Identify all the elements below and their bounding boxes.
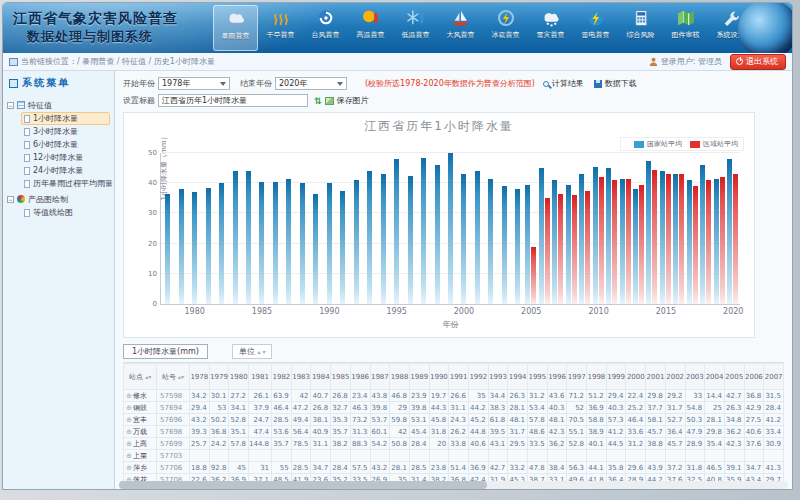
col-header-station[interactable]: 站点 ▴▾ [124,364,157,390]
table-row[interactable]: ⊕萍乡5770618.892.845315528.534.728.457.543… [124,462,784,474]
value-cell: 35 [468,390,488,402]
expand-row-icon[interactable]: ⊕ [126,392,132,400]
bar-national-1997 [421,158,426,304]
value-cell: 63.9 [272,390,292,402]
toolbar-item-8[interactable]: 雪灾普查 [528,5,573,51]
value-cell: 38.2 [331,438,351,450]
calculate-button[interactable]: 计算结果 [543,78,584,89]
bar-national-2014 [646,161,651,304]
bar-national-1981 [206,188,211,304]
download-button[interactable]: 数据下载 [594,78,637,89]
filter-row-2: 设置标题 江西省历年1小时降水量 ⇅ 保存图片 [123,92,784,109]
document-icon [24,115,30,123]
resize-arrows-icon[interactable]: ⇅ [314,96,322,106]
horizontal-scrollbar[interactable] [119,481,788,489]
toolbar-item-label: 大风普查 [447,30,475,40]
start-year-select[interactable]: 1978年 [158,77,230,90]
value-cell: 41.2 [606,426,626,438]
scrollbar-thumb[interactable] [119,481,487,489]
toolbar-item-10[interactable]: 综合风险 [618,5,663,51]
col-header-year-1983: 1983 [291,364,311,390]
legend-swatch [634,141,644,148]
data-table-container[interactable]: 站点 ▴▾站号 ▴▾197819791980198119821983198419… [123,362,784,484]
value-cell: 44.3 [429,402,449,414]
value-cell: 14.4 [705,390,725,402]
sidebar-item-24小时降水量[interactable]: 24小时降水量 [21,164,110,177]
expand-row-icon[interactable]: ⊕ [126,404,132,412]
col-header-year-1996: 1996 [547,364,567,390]
bar-national-1978 [165,194,170,304]
value-cell: 22.4 [626,390,646,402]
toolbar-item-2[interactable]: 干旱普查 [258,5,303,51]
station-name: 铜鼓 [133,404,147,412]
sidebar-item-1小时降水量[interactable]: 1小时降水量 [21,112,110,125]
table-row[interactable]: ⊕上高5769925.724.257.8144.835.778.531.138.… [124,438,784,450]
toolbar-item-4[interactable]: 高温普查 [348,5,393,51]
table-row[interactable]: ⊕万载5769839.336.835.147.453.656.440.935.7… [124,426,784,438]
sidebar-item-等值线绘图[interactable]: 等值线绘图 [21,206,110,219]
image-icon [325,97,334,105]
sort-arrows-icon[interactable]: ▴▾ [145,373,151,380]
expand-row-icon[interactable]: ⊕ [126,452,132,460]
table-row[interactable]: ⊕铜鼓5769429.45334.137.946.447.226.832.746… [124,402,784,414]
save-image-button[interactable]: 保存图片 [325,95,369,106]
value-cell: 39.5 [488,426,508,438]
station-id-cell: 57696 [157,414,190,426]
chart-title-label: 设置标题 [123,95,155,106]
value-cell: 40.1 [587,438,607,450]
expand-row-icon[interactable]: ⊕ [126,428,132,436]
expand-icon[interactable]: − [7,196,14,203]
value-cell: 38.4 [547,462,567,474]
col-header-year-2004: 2004 [705,364,725,390]
table-row[interactable]: ⊕修水5759834.230.127.226.163.94240.726.823… [124,390,784,402]
bar-national-2011 [606,168,611,304]
toolbar-item-7[interactable]: 冰雹普查 [483,5,528,51]
sidebar-item-12小时降水量[interactable]: 12小时降水量 [21,151,110,164]
value-cell: 53.6 [272,426,292,438]
value-cell: 70.5 [567,414,587,426]
end-year-value: 2020年 [279,78,307,89]
table-row[interactable]: ⊕宜丰5769643.250.252.824.728.549.438.135.3… [124,414,784,426]
toolbar-item-6[interactable]: 大风普查 [438,5,483,51]
col-header-year-1992: 1992 [468,364,488,390]
sidebar-group-1[interactable]: −特征值 [7,98,110,112]
col-header-year-1980: 1980 [229,364,249,390]
unit-sort-dropdown[interactable]: 单位 ▴ ▾ [232,344,272,359]
value-cell: 45 [229,462,249,474]
sidebar-item-6小时降水量[interactable]: 6小时降水量 [21,138,110,151]
bar-national-2010 [593,167,598,304]
toolbar-item-5[interactable]: 低温普查 [393,5,438,51]
toolbar-item-11[interactable]: 图件审核 [663,5,708,51]
chart-title-input[interactable]: 江西省历年1小时降水量 [158,94,308,107]
bar-regional-2017 [693,186,698,304]
sidebar-group-2[interactable]: −产品图绘制 [7,192,110,206]
value-cell: 36.8 [209,426,229,438]
sidebar-item-历年暴雨过程平均雨量[interactable]: 历年暴雨过程平均雨量 [21,177,110,190]
value-cell [311,450,331,462]
end-year-select[interactable]: 2020年 [275,77,347,90]
col-header-station-id[interactable]: 站号 ▴▾ [157,364,190,390]
value-cell: 36.8 [744,390,764,402]
bar-national-1995 [394,159,399,304]
col-header-year-1988: 1988 [390,364,410,390]
bar-regional-2014 [652,170,657,304]
sidebar-tree: −特征值1小时降水量3小时降水量6小时降水量12小时降水量24小时降水量历年暴雨… [7,98,110,219]
toolbar-item-9[interactable]: 雷电普查 [573,5,618,51]
dataset-tag-button[interactable]: 1小时降水量(mm) [123,344,208,359]
station-cell: ⊕修水 [124,390,157,402]
sidebar-item-3小时降水量[interactable]: 3小时降水量 [21,125,110,138]
sort-arrows-icon[interactable]: ▴▾ [178,373,184,380]
toolbar-item-1[interactable]: 暴雨普查 [213,5,258,51]
app-header: 江西省气象灾害风险普查 数据处理与制图系统 暴雨普查干旱普查台风普查高温普查低温… [3,3,792,53]
value-cell: 31.7 [665,402,685,414]
bar-national-1991 [340,191,345,304]
value-cell: 25.2 [626,402,646,414]
expand-row-icon[interactable]: ⊕ [126,416,132,424]
value-cell: 48.1 [547,414,567,426]
logout-button[interactable]: 退出系统 [730,54,786,70]
expand-icon[interactable]: − [7,102,14,109]
table-row[interactable]: ⊕上栗57703 [124,450,784,462]
expand-row-icon[interactable]: ⊕ [126,440,132,448]
toolbar-item-3[interactable]: 台风普查 [303,5,348,51]
expand-row-icon[interactable]: ⊕ [126,464,132,472]
